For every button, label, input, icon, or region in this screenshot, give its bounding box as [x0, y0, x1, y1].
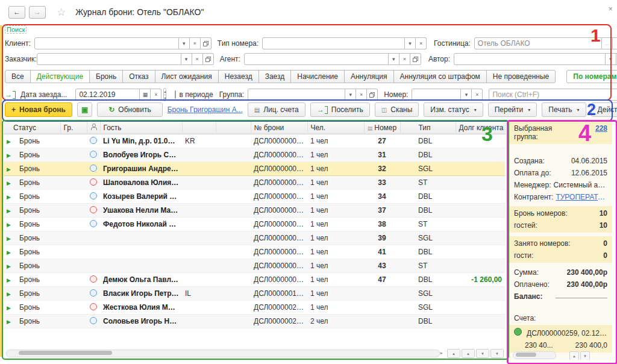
table-row[interactable]: ▶БроньЖесткова Юлия Михайло...ДСЛ0000002… — [4, 301, 505, 315]
table-row[interactable]: ▶БроньВласик Игорь Петрович, ...ILДСЛ000… — [4, 287, 505, 301]
arrival-date-input[interactable]: 02.12.2019 — [75, 89, 140, 101]
client-input[interactable] — [34, 37, 179, 49]
author-input[interactable] — [454, 53, 606, 65]
status-tab[interactable]: Аннуляция со штрафом — [393, 70, 487, 83]
status-tab[interactable]: Действующие — [30, 70, 90, 83]
current-booking-link[interactable]: Бронь Григорашин А... — [168, 105, 243, 114]
status-tab[interactable]: Аннуляция — [344, 70, 394, 83]
col-type[interactable]: Тип — [400, 121, 456, 134]
actions-button[interactable]: Действия▾ — [591, 102, 617, 117]
customer-dropdown-icon[interactable]: ▾ — [181, 53, 192, 65]
agent-clear-icon[interactable]: × — [399, 53, 410, 65]
status-tab[interactable]: Все — [5, 70, 31, 83]
selected-group-link[interactable]: 228 — [595, 124, 607, 141]
table-horizontal-scrollbar[interactable] — [6, 350, 440, 357]
scrollbar-thumb[interactable] — [19, 351, 112, 355]
agent-dropdown-icon[interactable]: ▾ — [389, 53, 399, 65]
view-tab[interactable]: По номерам — [566, 70, 617, 83]
group-open-icon[interactable] — [367, 89, 378, 101]
print-button[interactable]: Печать▾ — [542, 102, 586, 117]
goto-button[interactable]: Перейти▾ — [488, 102, 537, 117]
table-row[interactable]: ▶БроньДСЛ0000000641 чел41DBL — [4, 245, 505, 259]
client-open-icon[interactable] — [201, 37, 211, 49]
table-row[interactable]: ▶БроньВолобуев Игорь СергеевичДСЛ0000000… — [4, 148, 505, 162]
row-down-button[interactable]: ▼ — [476, 349, 489, 358]
col-people[interactable]: Чел. — [307, 121, 364, 134]
table-row[interactable]: ▶БроньДСЛ0000000631 чел39SGL — [4, 231, 505, 245]
calendar-icon[interactable]: ▦ — [140, 89, 151, 101]
status-tab[interactable]: Не проведенные — [486, 70, 556, 83]
status-tab[interactable]: Заезд — [258, 70, 292, 83]
search-settings-link[interactable]: Поиск — [5, 25, 27, 34]
col-guest-icon[interactable] — [87, 121, 100, 134]
col-spacer[interactable] — [216, 121, 251, 134]
table-row[interactable]: ▶БроньДСЛ0000000651 чел43ST — [4, 259, 505, 273]
customer-input[interactable] — [37, 53, 181, 65]
table-row[interactable]: ▶БроньГригорашин Андрей Павл...ДСЛ000000… — [4, 162, 505, 176]
col-room[interactable]: ▤Номер — [364, 121, 400, 134]
change-status-button[interactable]: Изм. статус▾ — [424, 102, 483, 117]
status-tab[interactable]: Начисление — [290, 70, 345, 83]
go-bottom-button[interactable]: ▼ — [490, 349, 504, 358]
author-dropdown-icon[interactable]: ▾ — [606, 53, 616, 65]
panel-up-button[interactable]: ▲ — [569, 351, 579, 360]
room-type-input[interactable] — [262, 37, 405, 49]
account-row[interactable]: ДСЛ000000259, 02.12.19 230 40... 230 400… — [509, 325, 612, 353]
status-tab[interactable]: Незаезд — [218, 70, 259, 83]
checkin-button[interactable]: →Поселить — [310, 102, 370, 117]
refresh-button[interactable]: ↻Обновить — [97, 102, 162, 117]
date-spinner[interactable]: ▴ ▾ — [163, 88, 166, 101]
agent-input[interactable] — [244, 53, 389, 65]
status-tab[interactable]: Бронь — [89, 70, 123, 83]
client-dropdown-icon[interactable]: ▾ — [179, 37, 190, 49]
period-checkbox[interactable] — [175, 90, 176, 99]
col-booking-number[interactable]: № брони — [251, 121, 307, 134]
forward-button[interactable]: → — [29, 6, 46, 19]
hotel-clear-icon[interactable]: × — [613, 37, 617, 49]
table-row[interactable]: ▶БроньУшакова Нелли Максимо...ДСЛ0000000… — [4, 204, 505, 218]
customer-clear-icon[interactable]: × — [192, 53, 203, 65]
table-row[interactable]: ▶БроньКозырев Валерий Валент...ДСЛ000000… — [4, 190, 505, 204]
room-type-dropdown-icon[interactable]: ▾ — [405, 37, 416, 49]
agent-open-icon[interactable] — [410, 53, 421, 65]
col-guest[interactable]: Гость — [100, 121, 182, 134]
group-dropdown-icon[interactable]: ▾ — [345, 89, 356, 101]
group-clear-icon[interactable]: × — [356, 89, 367, 101]
panel-horizontal-scrollbar[interactable] — [513, 351, 556, 359]
status-tab[interactable]: Отказ — [122, 70, 155, 83]
table-row[interactable]: ▶БроньФедотов Николай Петров...ДСЛ000000… — [4, 218, 505, 231]
number-dropdown-icon[interactable]: ▾ — [461, 89, 472, 101]
table-row[interactable]: ▶БроньLi Yu Min, д.р. 01.01.60KRДСЛ00000… — [4, 134, 505, 148]
col-country[interactable] — [182, 121, 216, 134]
customer-open-icon[interactable] — [203, 53, 214, 65]
quick-search-input[interactable]: Поиск (Ctrl+F) — [489, 89, 617, 101]
panel-scrollbar-thumb[interactable] — [516, 353, 536, 357]
hotel-input[interactable]: Отель ОБЛАКО — [474, 37, 602, 49]
panel-down-button[interactable]: ▼ — [580, 351, 590, 360]
favorite-star-icon[interactable]: ☆ — [57, 6, 66, 19]
room-type-clear-icon[interactable]: × — [416, 37, 427, 49]
number-clear-icon[interactable]: × — [472, 89, 483, 101]
number-input[interactable] — [412, 89, 461, 101]
scroll-right-icon[interactable]: ▸ — [440, 351, 443, 356]
back-button[interactable]: ← — [8, 6, 25, 19]
scans-button[interactable]: ◫Сканы — [375, 102, 419, 117]
col-status[interactable]: Статус — [4, 121, 60, 134]
col-group[interactable]: Гр. — [60, 121, 87, 134]
client-clear-icon[interactable]: × — [190, 37, 201, 49]
col-debt[interactable]: Долг клиента — [456, 121, 505, 134]
go-top-button[interactable]: ▲ — [447, 349, 460, 358]
group-input[interactable] — [248, 89, 345, 101]
row-up-button[interactable]: ▲ — [462, 349, 475, 358]
new-booking-button[interactable]: +Новая бронь — [5, 102, 72, 117]
hotel-choose-icon[interactable]: ... — [602, 37, 613, 49]
accounts-button[interactable]: ▤Лиц. счета — [248, 102, 305, 117]
copy-booking-button[interactable]: ▣ — [77, 102, 92, 117]
table-row[interactable]: ▶БроньДемюк Ольга Павловна, ...ДСЛ000000… — [4, 273, 505, 287]
table-row[interactable]: ▶БроньСоловьев Игорь Николае...ДСЛ000000… — [4, 315, 505, 328]
close-icon[interactable]: × — [608, 5, 613, 13]
arrival-date-clear-icon[interactable]: × — [151, 89, 161, 101]
status-tab[interactable]: Лист ожидания — [155, 70, 219, 83]
arrival-date-label[interactable]: Дата заезда... — [20, 90, 67, 99]
table-row[interactable]: ▶БроньШаповалова Юлия Петров...ДСЛ000000… — [4, 176, 505, 190]
